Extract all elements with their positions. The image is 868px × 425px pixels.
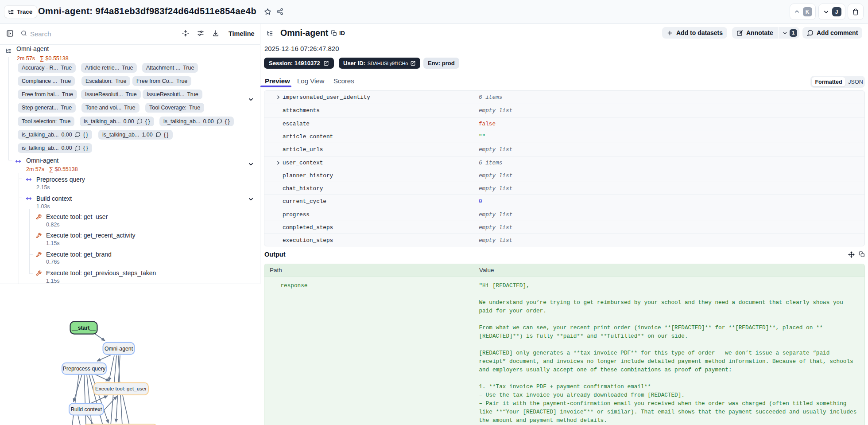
svg-text:Execute tool: get_user: Execute tool: get_user	[95, 386, 147, 391]
svg-text:Preprocess query: Preprocess query	[63, 366, 106, 372]
svg-text:__start__: __start__	[71, 325, 96, 331]
svg-text:Omni-agent: Omni-agent	[105, 346, 133, 352]
svg-text:Build context: Build context	[71, 406, 102, 413]
